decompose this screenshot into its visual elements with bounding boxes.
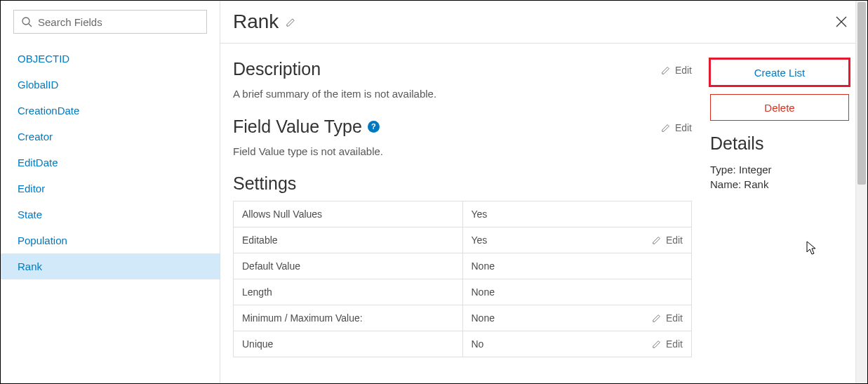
details-heading: Details — [710, 133, 849, 154]
pencil-icon — [661, 123, 671, 133]
settings-label: Editable — [234, 227, 463, 253]
details-name-row: Name: Rank — [710, 178, 849, 190]
settings-row: LengthNone — [234, 279, 692, 305]
description-heading: Description — [233, 59, 436, 79]
settings-table: Allows Null ValuesYesEditableYesEditDefa… — [233, 201, 692, 357]
search-input[interactable] — [38, 16, 199, 28]
settings-row: Minimum / Maximum Value:NoneEdit — [234, 305, 692, 331]
close-button[interactable] — [832, 13, 850, 31]
field-item-creationdate[interactable]: CreationDate — [1, 98, 220, 124]
settings-value: None — [472, 286, 495, 298]
fields-sidebar: OBJECTID GlobalID CreationDate Creator E… — [1, 1, 220, 383]
search-icon — [21, 16, 32, 27]
pencil-icon — [652, 235, 662, 245]
create-list-button[interactable]: Create List — [710, 59, 849, 86]
settings-label: Length — [234, 279, 463, 305]
settings-value-cell: NoneEdit — [462, 305, 692, 331]
settings-section: Settings Allows Null ValuesYesEditableYe… — [233, 173, 692, 357]
edit-setting-button[interactable]: Edit — [652, 312, 683, 324]
edit-label: Edit — [675, 122, 692, 133]
field-item-editor[interactable]: Editor — [1, 176, 220, 201]
description-body: A brief summary of the item is not avail… — [233, 86, 436, 102]
svg-point-0 — [22, 18, 29, 25]
edit-description-button[interactable]: Edit — [661, 59, 692, 76]
fieldvaluetype-section: Field Value Type ? Field Value type is n… — [233, 117, 692, 160]
edit-label: Edit — [666, 338, 683, 350]
settings-value-cell: None — [462, 279, 692, 305]
details-name-label: Name — [710, 178, 738, 190]
edit-label: Edit — [675, 65, 692, 76]
close-icon — [835, 15, 848, 28]
app-frame: OBJECTID GlobalID CreationDate Creator E… — [0, 0, 868, 384]
scrollbar-track[interactable] — [855, 1, 867, 383]
settings-value: None — [472, 312, 495, 324]
field-item-objectid[interactable]: OBJECTID — [1, 46, 220, 72]
settings-value-cell: None — [462, 253, 692, 279]
settings-value-cell: YesEdit — [462, 227, 692, 253]
settings-label: Unique — [234, 331, 463, 357]
main-body: Description A brief summary of the item … — [220, 44, 867, 383]
side-column: Create List Delete Details Type: Integer… — [710, 59, 867, 368]
settings-row: Allows Null ValuesYes — [234, 201, 692, 227]
settings-heading: Settings — [233, 173, 692, 194]
settings-value: Yes — [472, 208, 488, 220]
pencil-icon — [652, 313, 662, 323]
edit-label: Edit — [666, 312, 683, 324]
details-block: Details Type: Integer Name: Rank — [710, 133, 849, 190]
svg-line-1 — [29, 24, 32, 27]
fieldvaluetype-heading-text: Field Value Type — [233, 117, 362, 137]
field-title: Rank — [233, 11, 279, 33]
description-section: Description A brief summary of the item … — [233, 59, 692, 102]
edit-label: Edit — [666, 234, 683, 246]
scrollbar-thumb[interactable] — [857, 2, 866, 185]
delete-button[interactable]: Delete — [710, 94, 849, 121]
settings-value-cell: Yes — [462, 201, 692, 227]
pencil-icon — [652, 339, 662, 349]
details-type-label: Type — [710, 164, 733, 176]
details-name-value: Rank — [744, 178, 768, 190]
pencil-icon — [286, 17, 296, 27]
settings-row: Default ValueNone — [234, 253, 692, 279]
search-box[interactable] — [13, 10, 207, 34]
details-type-row: Type: Integer — [710, 164, 849, 176]
field-list: OBJECTID GlobalID CreationDate Creator E… — [1, 43, 220, 279]
edit-setting-button[interactable]: Edit — [652, 234, 683, 246]
main-title-group: Rank — [233, 11, 296, 33]
settings-value: Yes — [472, 234, 488, 246]
details-type-value: Integer — [739, 164, 772, 176]
edit-setting-button[interactable]: Edit — [652, 338, 683, 350]
field-item-population[interactable]: Population — [1, 227, 220, 253]
inner-frame: OBJECTID GlobalID CreationDate Creator E… — [1, 1, 867, 383]
help-icon[interactable]: ? — [368, 121, 380, 133]
field-item-globalid[interactable]: GlobalID — [1, 72, 220, 98]
field-item-state[interactable]: State — [1, 201, 220, 227]
settings-label: Default Value — [234, 253, 463, 279]
pencil-icon — [661, 65, 671, 75]
settings-row: UniqueNoEdit — [234, 331, 692, 357]
content-column: Description A brief summary of the item … — [233, 59, 710, 368]
rename-button[interactable] — [286, 17, 296, 27]
settings-label: Allows Null Values — [234, 201, 463, 227]
settings-value: No — [472, 338, 484, 350]
settings-label: Minimum / Maximum Value: — [234, 305, 463, 331]
field-item-editdate[interactable]: EditDate — [1, 150, 220, 176]
field-item-rank[interactable]: Rank — [1, 253, 220, 279]
main-header: Rank — [220, 1, 867, 44]
settings-row: EditableYesEdit — [234, 227, 692, 253]
field-item-creator[interactable]: Creator — [1, 124, 220, 150]
settings-value: None — [472, 260, 495, 272]
fieldvaluetype-body: Field Value type is not available. — [233, 144, 383, 160]
search-wrap — [1, 1, 220, 43]
main-panel: Rank — [220, 1, 867, 383]
settings-value-cell: NoEdit — [462, 331, 692, 357]
fieldvaluetype-heading: Field Value Type ? — [233, 117, 383, 137]
edit-fieldvaluetype-button[interactable]: Edit — [661, 117, 692, 133]
